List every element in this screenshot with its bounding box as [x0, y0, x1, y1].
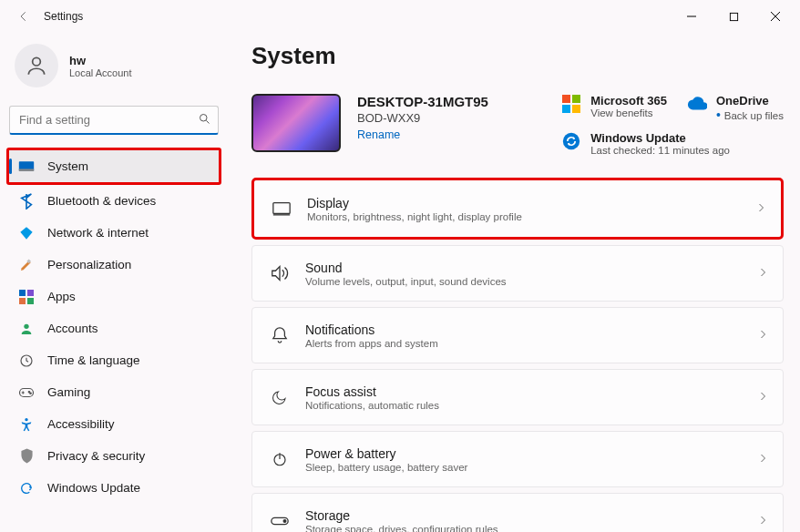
windows-update-icon: [561, 131, 581, 151]
sidebar-item-accessibility[interactable]: Accessibility: [9, 408, 219, 440]
card-sub: Storage space, drives, configuration rul…: [305, 524, 757, 533]
svg-rect-12: [19, 298, 26, 304]
update-card[interactable]: Windows Update Last checked: 11 minutes …: [561, 131, 784, 156]
svg-rect-10: [19, 290, 26, 296]
nav-label: Bluetooth & devices: [47, 194, 156, 208]
svg-point-14: [24, 323, 28, 328]
nav-label: Time & language: [47, 353, 140, 367]
card-display[interactable]: DisplayMonitors, brightness, night light…: [254, 180, 781, 237]
accounts-icon: [18, 321, 35, 337]
onedrive-icon: [687, 94, 707, 114]
card-sub: Volume levels, output, input, sound devi…: [305, 276, 757, 287]
device-model: BOD-WXX9: [357, 111, 488, 125]
highlight-annotation: DisplayMonitors, brightness, night light…: [251, 178, 784, 240]
sidebar-item-system[interactable]: System: [9, 150, 219, 182]
card-power[interactable]: Power & batterySleep, battery usage, bat…: [251, 431, 784, 487]
personalization-icon: [18, 257, 35, 273]
bluetooth-icon: [18, 193, 35, 210]
sidebar-item-privacy[interactable]: Privacy & security: [9, 440, 219, 472]
m365-title: Microsoft 365: [590, 94, 667, 107]
sidebar-item-personalization[interactable]: Personalization: [9, 249, 219, 281]
card-storage[interactable]: StorageStorage space, drives, configurat…: [251, 493, 784, 532]
sidebar-item-network[interactable]: Network & internet: [9, 217, 219, 249]
svg-rect-13: [27, 298, 34, 304]
update-title: Windows Update: [590, 131, 730, 145]
sidebar-item-apps[interactable]: Apps: [9, 281, 219, 312]
card-notifications[interactable]: NotificationsAlerts from apps and system: [251, 307, 784, 363]
power-icon: [263, 451, 296, 467]
shield-icon: [18, 448, 35, 465]
card-focus[interactable]: Focus assistNotifications, automatic rul…: [251, 369, 784, 425]
nav-label: Accessibility: [47, 417, 115, 431]
svg-point-17: [28, 391, 30, 393]
sidebar-item-accounts[interactable]: Accounts: [9, 312, 219, 344]
minimize-button[interactable]: [671, 2, 713, 31]
back-button[interactable]: [9, 2, 38, 31]
user-subtitle: Local Account: [69, 67, 132, 78]
chevron-right-icon: [757, 451, 768, 467]
microsoft-logo-icon: [561, 94, 581, 114]
svg-rect-8: [19, 169, 34, 170]
page-title: System: [251, 42, 784, 70]
main-content: System DESKTOP-31MGT95 BOD-WXX9 Rename M…: [228, 33, 800, 532]
rename-link[interactable]: Rename: [357, 128, 400, 141]
titlebar: Settings: [0, 0, 800, 33]
network-icon: [18, 225, 35, 241]
sidebar-item-gaming[interactable]: Gaming: [9, 376, 219, 408]
m365-card[interactable]: Microsoft 365 View benefits: [561, 94, 667, 122]
highlight-annotation: System: [6, 148, 221, 185]
nav-label: Gaming: [47, 385, 90, 399]
svg-point-19: [25, 418, 27, 421]
nav-label: Accounts: [47, 322, 98, 335]
sidebar-item-update[interactable]: Windows Update: [9, 472, 219, 504]
nav-label: Personalization: [47, 258, 131, 271]
card-sound[interactable]: SoundVolume levels, output, input, sound…: [251, 245, 784, 302]
onedrive-card[interactable]: OneDrive Back up files: [687, 94, 784, 122]
update-icon: [18, 480, 35, 496]
user-block[interactable]: hw Local Account: [9, 38, 219, 102]
nav-label: Windows Update: [47, 481, 140, 495]
card-title: Focus assist: [305, 384, 757, 399]
card-title: Display: [307, 196, 755, 210]
chevron-right-icon: [755, 200, 766, 217]
sound-icon: [263, 264, 296, 282]
chevron-right-icon: [757, 389, 768, 405]
nav-label: Apps: [47, 290, 76, 303]
header-row: DESKTOP-31MGT95 BOD-WXX9 Rename Microsof…: [251, 94, 784, 156]
moon-icon: [263, 389, 296, 405]
nav-list: System Bluetooth & devices Network & int…: [9, 148, 219, 504]
sidebar: hw Local Account System Bluetooth & devi…: [0, 33, 228, 532]
svg-point-18: [30, 393, 32, 394]
card-title: Power & battery: [305, 446, 757, 461]
card-sub: Monitors, brightness, night light, displ…: [307, 211, 755, 222]
update-sub: Last checked: 11 minutes ago: [590, 145, 730, 156]
card-sub: Notifications, automatic rules: [305, 400, 757, 411]
user-name: hw: [69, 54, 132, 67]
close-button[interactable]: [754, 2, 796, 31]
svg-point-5: [200, 115, 208, 122]
search-input[interactable]: [9, 106, 219, 135]
nav-label: Privacy & security: [47, 449, 145, 463]
onedrive-title: OneDrive: [716, 94, 784, 107]
card-sub: Sleep, battery usage, battery saver: [305, 462, 757, 473]
sidebar-item-bluetooth[interactable]: Bluetooth & devices: [9, 185, 219, 217]
settings-cards: DisplayMonitors, brightness, night light…: [251, 178, 784, 532]
svg-point-20: [563, 133, 579, 149]
bell-icon: [263, 326, 296, 344]
card-title: Notifications: [305, 322, 757, 337]
apps-icon: [18, 289, 35, 305]
sidebar-item-time[interactable]: Time & language: [9, 344, 219, 376]
search-wrap: [9, 106, 219, 135]
avatar: [15, 44, 58, 87]
system-icon: [18, 159, 35, 175]
maximize-button[interactable]: [713, 2, 754, 31]
nav-label: Network & internet: [47, 226, 149, 240]
display-icon: [265, 200, 298, 217]
svg-rect-11: [27, 290, 34, 296]
storage-icon: [263, 516, 296, 527]
svg-line-6: [206, 120, 209, 123]
app-title: Settings: [44, 10, 83, 23]
card-title: Storage: [305, 508, 757, 523]
device-name: DESKTOP-31MGT95: [357, 94, 488, 109]
onedrive-sub: Back up files: [716, 107, 784, 122]
